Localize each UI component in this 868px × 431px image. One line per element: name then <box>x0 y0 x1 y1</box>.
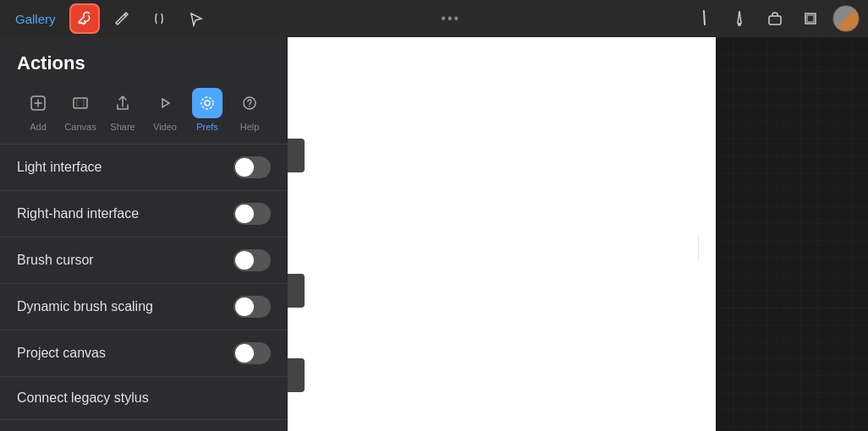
canvas-indicator <box>698 234 699 259</box>
grid-pattern <box>716 37 868 431</box>
brush-tool-icon[interactable] <box>726 5 753 32</box>
svg-rect-5 <box>74 98 87 108</box>
nav-help[interactable]: Help <box>228 88 271 132</box>
svg-rect-3 <box>807 15 814 22</box>
script-icon <box>151 10 168 27</box>
right-hand-label: Right-hand interface <box>17 206 139 221</box>
color-swatch[interactable] <box>832 5 860 32</box>
top-bar-left: Gallery <box>8 3 212 34</box>
prefs-nav-icon <box>192 88 222 118</box>
nav-add-label: Add <box>30 122 47 132</box>
canvas-nav-icon <box>65 88 96 118</box>
brush-cursor-label: Brush cursor <box>17 253 94 268</box>
nav-share[interactable]: Share <box>102 88 144 132</box>
nav-canvas-label: Canvas <box>64 122 96 132</box>
main-content: Actions Add Canvas Share <box>0 37 868 431</box>
toggle-brush-cursor[interactable]: Brush cursor <box>0 237 288 284</box>
brush-cursor-toggle[interactable] <box>233 249 271 271</box>
layers-icon-svg <box>801 9 820 28</box>
eraser-icon <box>766 9 784 28</box>
canvas-container <box>288 37 868 431</box>
top-bar-center: ••• <box>441 11 460 26</box>
project-canvas-toggle[interactable] <box>233 342 271 364</box>
dynamic-brush-toggle[interactable] <box>233 296 271 318</box>
nav-help-label: Help <box>240 122 260 132</box>
svg-rect-11 <box>716 37 868 431</box>
add-nav-icon <box>23 88 53 118</box>
arrow-icon <box>188 10 205 27</box>
actions-panel: Actions Add Canvas Share <box>0 37 288 431</box>
toggle-right-hand[interactable]: Right-hand interface <box>0 191 288 237</box>
connect-stylus-label: Connect legacy stylus <box>17 390 149 406</box>
toggle-light-interface[interactable]: Light interface <box>0 145 288 191</box>
nav-prefs-label: Prefs <box>196 122 218 132</box>
nav-share-label: Share <box>110 122 135 132</box>
svg-point-8 <box>201 97 213 109</box>
layers-icon[interactable] <box>797 5 824 32</box>
icon-nav: Add Canvas Share Video <box>0 85 288 144</box>
eraser-tool-icon[interactable] <box>761 5 788 32</box>
toggle-project-canvas[interactable]: Project canvas <box>0 330 288 377</box>
svg-marker-6 <box>162 99 169 107</box>
gallery-button[interactable]: Gallery <box>8 8 63 30</box>
top-bar: Gallery ••• <box>0 0 868 37</box>
project-canvas-label: Project canvas <box>17 346 106 361</box>
pen-icon <box>695 9 713 28</box>
nav-prefs[interactable]: Prefs <box>186 88 228 132</box>
side-handle-mid[interactable] <box>288 274 305 308</box>
dynamic-brush-label: Dynamic brush scaling <box>17 299 153 314</box>
share-nav-icon <box>107 88 138 118</box>
svg-point-0 <box>738 23 741 26</box>
right-hand-toggle[interactable] <box>233 203 271 225</box>
modify-icon <box>113 10 130 27</box>
center-dots: ••• <box>441 11 460 26</box>
video-nav-icon <box>150 88 180 118</box>
svg-point-7 <box>205 101 210 106</box>
canvas-dark-bg <box>716 37 868 431</box>
link-connect-stylus[interactable]: Connect legacy stylus <box>0 377 288 420</box>
script-tool-button[interactable] <box>144 3 174 34</box>
canvas-area <box>288 37 868 431</box>
light-interface-label: Light interface <box>17 160 102 175</box>
side-handle-top[interactable] <box>288 139 305 172</box>
toggle-dynamic-brush[interactable]: Dynamic brush scaling <box>0 284 288 330</box>
link-pressure-smoothing[interactable]: Pressure and Smoothing <box>0 420 288 431</box>
side-handle-bottom[interactable] <box>288 358 305 392</box>
modify-tool-button[interactable] <box>107 3 137 34</box>
nav-add[interactable]: Add <box>17 88 59 132</box>
panel-title: Actions <box>0 37 288 85</box>
help-nav-icon <box>234 88 265 118</box>
arrow-tool-button[interactable] <box>181 3 212 34</box>
wrench-tool-button[interactable] <box>69 3 100 34</box>
nav-canvas[interactable]: Canvas <box>59 88 102 132</box>
nav-video[interactable]: Video <box>144 88 186 132</box>
light-interface-toggle[interactable] <box>233 156 271 178</box>
svg-rect-1 <box>769 16 781 25</box>
svg-point-10 <box>249 106 250 107</box>
brush-icon <box>730 9 749 28</box>
pen-tool-icon[interactable] <box>690 5 717 32</box>
top-bar-right <box>690 5 860 32</box>
wrench-icon <box>76 10 93 27</box>
nav-video-label: Video <box>153 122 177 132</box>
